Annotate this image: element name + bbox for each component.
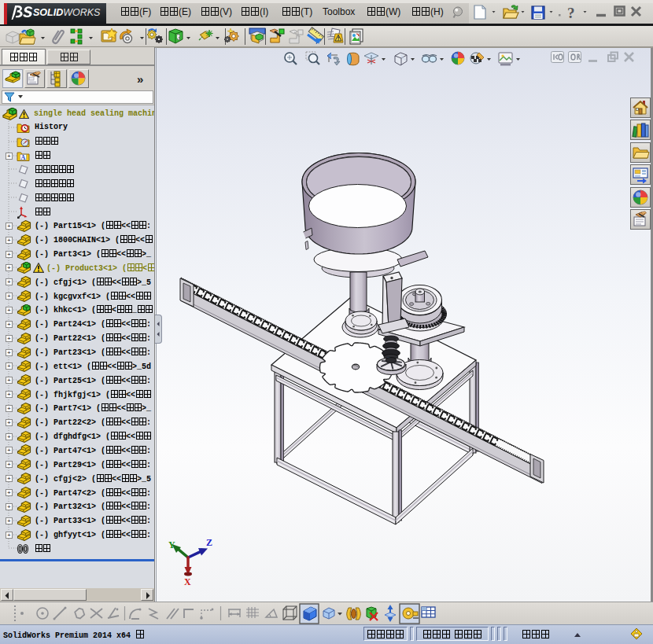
svg-text:Y: Y [168,539,175,550]
svg-text:A: A [21,154,26,161]
svg-text:SOLIDWORKS: SOLIDWORKS [33,7,101,18]
svg-text:X: X [184,576,191,587]
svg-text:?: ? [567,5,575,21]
svg-text:Z: Z [206,537,212,548]
